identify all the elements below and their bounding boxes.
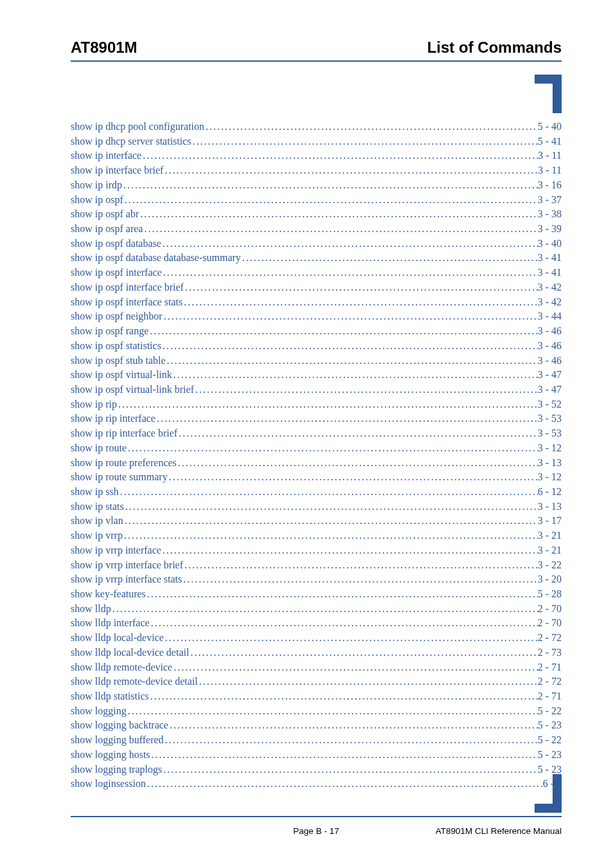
toc-entry-page[interactable]: 3 - 44 <box>538 309 562 324</box>
toc-entry-title[interactable]: show ip ospf interface <box>71 266 162 280</box>
toc-entry-title[interactable]: show ip vrrp interface brief <box>71 558 183 573</box>
toc-row: show ip ospf area ......................… <box>71 222 562 237</box>
toc-entry-page[interactable]: 3 - 53 <box>538 426 562 441</box>
toc-entry-page[interactable]: 3 - 39 <box>538 222 562 237</box>
toc-entry-title[interactable]: show logging backtrace <box>71 718 168 733</box>
toc-entry-title[interactable]: show ip rip <box>71 397 117 412</box>
toc-entry-page[interactable]: 3 - 16 <box>538 178 562 193</box>
toc-entry-title[interactable]: show ip ospf stub table <box>71 354 166 368</box>
toc-entry-page[interactable]: 5 - 22 <box>538 733 562 748</box>
toc-entry-title[interactable]: show ip ospf virtual-link <box>71 368 172 383</box>
toc-entry-page[interactable]: 3 - 46 <box>538 339 562 354</box>
toc-leader-dots: ........................................… <box>155 411 538 426</box>
toc-entry-page[interactable]: 3 - 13 <box>538 456 562 471</box>
toc-entry-title[interactable]: show ip ospf interface brief <box>71 280 184 295</box>
toc-entry-page[interactable]: 3 - 47 <box>538 368 562 383</box>
toc-entry-page[interactable]: 5 - 23 <box>538 718 562 733</box>
toc-entry-title[interactable]: show loginsession <box>71 777 146 791</box>
toc-entry-title[interactable]: show ip route <box>71 441 127 456</box>
toc-entry-page[interactable]: 3 - 11 <box>538 163 562 178</box>
toc-entry-page[interactable]: 2 - 71 <box>538 660 562 675</box>
toc-entry-title[interactable]: show logging hosts <box>71 748 150 763</box>
toc-entry-page[interactable]: 5 - 23 <box>538 748 562 763</box>
toc-entry-page[interactable]: 2 - 73 <box>538 646 562 660</box>
toc-entry-page[interactable]: 3 - 46 <box>538 354 562 368</box>
toc-entry-title[interactable]: show ip ospf virtual-link brief <box>71 383 194 397</box>
toc-entry-page[interactable]: 3 - 37 <box>538 193 562 208</box>
toc-entry-title[interactable]: show ip ospf range <box>71 324 148 339</box>
toc-entry-title[interactable]: show logging traplogs <box>71 763 162 777</box>
toc-entry-title[interactable]: show ip vrrp interface stats <box>71 572 182 587</box>
toc-entry-title[interactable]: show lldp remote-device detail <box>71 674 198 689</box>
toc-entry-page[interactable]: 3 - 20 <box>538 572 562 587</box>
toc-entry-page[interactable]: 5 - 22 <box>538 704 562 719</box>
toc-row: show ip ospf virtual-link brief ........… <box>71 383 562 397</box>
toc-entry-title[interactable]: show logging buffered <box>71 733 164 748</box>
toc-entry-page[interactable]: 3 - 53 <box>538 411 562 426</box>
toc-entry-page[interactable]: 3 - 41 <box>538 266 562 280</box>
toc-entry-title[interactable]: show lldp local-device detail <box>71 646 189 660</box>
toc-entry-page[interactable]: 2 - 72 <box>538 674 562 689</box>
toc-entry-title[interactable]: show ip ospf database <box>71 237 161 251</box>
toc-entry-title[interactable]: show ip ospf database database-summary <box>71 251 241 266</box>
toc-entry-page[interactable]: 5 - 40 <box>538 120 562 134</box>
toc-entry-page[interactable]: 3 - 52 <box>538 397 562 412</box>
toc-entry-page[interactable]: 3 - 12 <box>538 470 562 485</box>
toc-entry-page[interactable]: 3 - 47 <box>538 383 562 397</box>
toc-entry-page[interactable]: 3 - 40 <box>538 237 562 251</box>
toc-entry-page[interactable]: 3 - 42 <box>538 280 562 295</box>
toc-entry-page[interactable]: 3 - 17 <box>538 514 562 529</box>
toc-entry-title[interactable]: show ip route preferences <box>71 456 177 471</box>
toc-entry-title[interactable]: show lldp statistics <box>71 689 149 704</box>
toc-row: show lldp interface ....................… <box>71 616 562 631</box>
toc-entry-title[interactable]: show logging <box>71 704 127 719</box>
toc-entry-title[interactable]: show ip ospf statistics <box>71 339 161 354</box>
toc-entry-title[interactable]: show key-features <box>71 587 146 602</box>
toc-entry-page[interactable]: 3 - 41 <box>538 251 562 266</box>
toc-row: show logging traplogs ..................… <box>71 763 562 777</box>
toc-row: show ip ospf ...........................… <box>71 193 562 208</box>
toc-entry-page[interactable]: 3 - 11 <box>538 149 562 163</box>
toc-entry-title[interactable]: show ip rip interface <box>71 411 155 426</box>
toc-entry-title[interactable]: show ip interface <box>71 149 141 163</box>
toc-entry-page[interactable]: 2 - 70 <box>538 602 562 617</box>
toc-entry-title[interactable]: show ip dhcp pool configuration <box>71 120 204 134</box>
toc-entry-page[interactable]: 3 - 21 <box>538 543 562 558</box>
toc-entry-page[interactable]: 3 - 22 <box>538 558 562 573</box>
toc-entry-title[interactable]: show ip irdp <box>71 178 122 193</box>
toc-entry-title[interactable]: show ip interface brief <box>71 163 163 178</box>
toc-entry-title[interactable]: show ip ospf abr <box>71 207 139 222</box>
toc-entry-page[interactable]: 5 - 28 <box>538 587 562 602</box>
toc-entry-page[interactable]: 2 - 72 <box>538 631 562 646</box>
toc-entry-title[interactable]: show ip rip interface brief <box>71 426 177 441</box>
toc-entry-page[interactable]: 2 - 70 <box>538 616 562 631</box>
toc-entry-page[interactable]: 3 - 13 <box>538 500 562 514</box>
toc-entry-page[interactable]: 3 - 38 <box>538 207 562 222</box>
toc-row: show ip vlan ...........................… <box>71 514 562 529</box>
toc-entry-title[interactable]: show ip stats <box>71 500 124 514</box>
toc-entry-title[interactable]: show ip dhcp server statistics <box>71 134 191 149</box>
toc-entry-title[interactable]: show ip ospf neighbor <box>71 309 163 324</box>
toc-entry-title[interactable]: show ip vrrp interface <box>71 543 161 558</box>
toc-entry-title[interactable]: show ip ospf area <box>71 222 143 237</box>
toc-row: show key-features ......................… <box>71 587 562 602</box>
toc-entry-page[interactable]: 6 - 12 <box>538 485 562 500</box>
page: AT8901M List of Commands show ip dhcp po… <box>0 0 613 868</box>
toc-entry-page[interactable]: 3 - 42 <box>538 295 562 310</box>
toc-entry-page[interactable]: 3 - 12 <box>538 441 562 456</box>
toc-row: show ip ospf neighbor ..................… <box>71 309 562 324</box>
toc-entry-title[interactable]: show lldp interface <box>71 616 150 631</box>
toc-entry-title[interactable]: show ip ospf <box>71 193 123 208</box>
toc-entry-title[interactable]: show ip ssh <box>71 485 119 500</box>
toc-entry-title[interactable]: show lldp local-device <box>71 631 164 646</box>
toc-entry-page[interactable]: 5 - 41 <box>538 134 562 149</box>
toc-entry-title[interactable]: show ip route summary <box>71 470 168 485</box>
toc-entry-page[interactable]: 3 - 21 <box>538 529 562 543</box>
toc-entry-page[interactable]: 2 - 71 <box>538 689 562 704</box>
toc-entry-title[interactable]: show lldp <box>71 602 111 617</box>
toc-entry-title[interactable]: show ip vlan <box>71 514 123 529</box>
toc-entry-title[interactable]: show ip vrrp <box>71 529 123 543</box>
toc-entry-title[interactable]: show lldp remote-device <box>71 660 172 675</box>
toc-entry-title[interactable]: show ip ospf interface stats <box>71 295 182 310</box>
toc-entry-page[interactable]: 3 - 46 <box>538 324 562 339</box>
